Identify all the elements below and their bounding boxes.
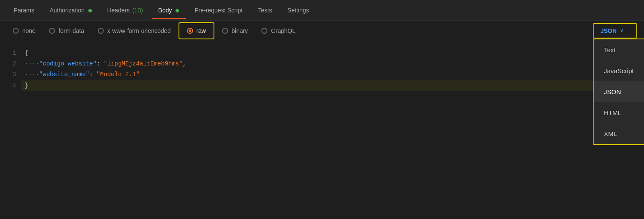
tab-pre-request-script[interactable]: Pre-request Script — [187, 2, 249, 19]
body-content: none form-data x-www-form-urlencoded raw… — [0, 21, 644, 219]
raw-option-wrapper: raw — [179, 22, 215, 39]
token-brace-open: { — [25, 48, 28, 59]
token-brace-close: } — [25, 80, 28, 91]
tab-authorization[interactable]: Authorization — [43, 2, 99, 19]
token-dots-3: ···· — [25, 69, 39, 80]
tab-bar: Params Authorization Headers (10) Body P… — [0, 0, 644, 21]
token-comma-1: , — [183, 59, 186, 69]
chevron-down-icon: ∨ — [620, 28, 623, 33]
radio-x-www-form-urlencoded[interactable]: x-www-form-urlencoded — [92, 24, 177, 38]
radio-circle-graphql — [261, 28, 267, 34]
tab-headers[interactable]: Headers (10) — [100, 2, 150, 19]
json-dropdown-wrapper: JSON ∨ Text JavaScript JSON HTML XML — [593, 23, 637, 38]
authorization-dot — [88, 9, 92, 12]
json-dropdown-button[interactable]: JSON ∨ — [594, 24, 636, 38]
dropdown-item-xml[interactable]: XML — [594, 123, 644, 144]
tab-body[interactable]: Body — [152, 2, 186, 19]
radio-raw[interactable]: raw — [181, 24, 212, 38]
radio-circle-x-www — [98, 28, 104, 34]
token-colon-2: : — [89, 69, 97, 80]
line-number-2: 2 — [5, 59, 16, 69]
radio-none[interactable]: none — [7, 24, 41, 38]
headers-count: (10) — [132, 7, 143, 14]
code-line-1: { — [21, 48, 644, 59]
code-line-2: ···· "codigo_website" : "lipgMEjz4altEme… — [21, 59, 644, 69]
token-key-1: "codigo_website" — [39, 59, 97, 69]
code-line-3: ···· "website_name" : "Modelo 2.1" — [21, 69, 644, 80]
radio-circle-binary — [222, 28, 228, 34]
radio-circle-none — [13, 28, 19, 34]
radio-graphql[interactable]: GraphQL — [255, 24, 302, 38]
json-dropdown-menu: Text JavaScript JSON HTML XML — [593, 38, 644, 145]
body-options-bar: none form-data x-www-form-urlencoded raw… — [0, 21, 644, 41]
radio-binary[interactable]: binary — [216, 24, 254, 38]
token-dots-2: ···· — [25, 59, 39, 69]
radio-circle-raw — [187, 28, 193, 34]
dropdown-item-javascript[interactable]: JavaScript — [594, 60, 644, 81]
json-dropdown-label: JSON — [600, 27, 617, 34]
token-colon-1: : — [97, 59, 104, 69]
token-value-2: "Modelo 2.1" — [97, 69, 140, 80]
token-key-2: "website_name" — [39, 69, 90, 80]
editor-area: 1 2 3 4 { ···· "codigo_website" : "lipgM… — [0, 41, 644, 219]
radio-form-data[interactable]: form-data — [43, 24, 90, 38]
dropdown-item-html[interactable]: HTML — [594, 102, 644, 123]
token-value-1: "lipgMEjz4altEmeb9hms" — [104, 59, 183, 69]
tab-params[interactable]: Params — [7, 2, 41, 19]
code-content[interactable]: { ···· "codigo_website" : "lipgMEjz4altE… — [21, 41, 644, 219]
line-numbers: 1 2 3 4 — [0, 41, 21, 219]
radio-circle-form-data — [49, 28, 55, 34]
tab-settings[interactable]: Settings — [281, 2, 316, 19]
body-dot — [176, 9, 179, 12]
code-line-4: } — [21, 80, 644, 91]
line-number-1: 1 — [5, 48, 16, 59]
dropdown-item-json[interactable]: JSON — [594, 81, 644, 102]
tab-tests[interactable]: Tests — [251, 2, 279, 19]
line-number-4: 4 — [5, 80, 16, 91]
dropdown-item-text[interactable]: Text — [594, 39, 644, 60]
line-number-3: 3 — [5, 69, 16, 80]
